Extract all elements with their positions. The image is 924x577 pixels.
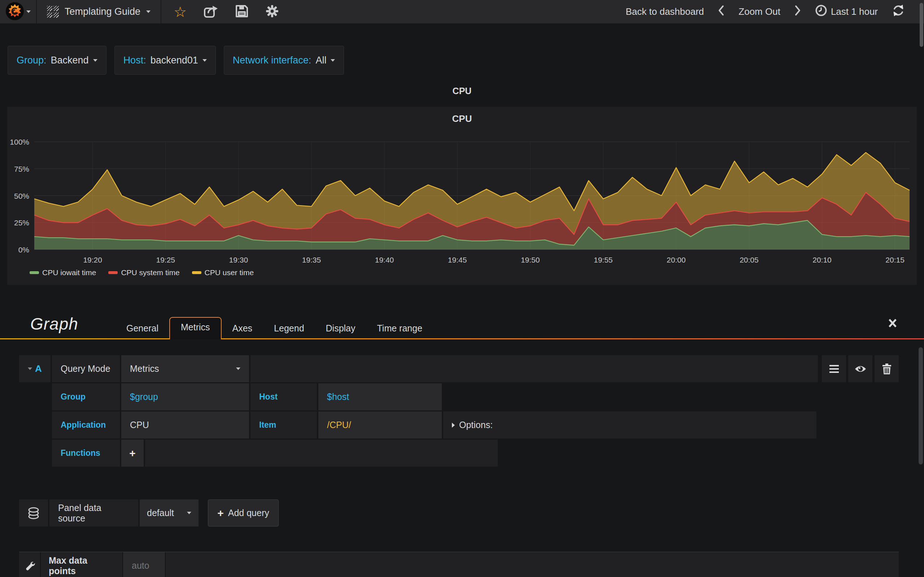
gear-icon[interactable]: [265, 4, 279, 19]
datasource-value: default: [147, 508, 174, 518]
datasource-select[interactable]: default: [140, 500, 199, 527]
legend-item[interactable]: CPU iowait time: [30, 268, 96, 277]
host-input[interactable]: $host: [318, 384, 442, 410]
svg-text:100%: 100%: [10, 138, 29, 146]
tab-legend[interactable]: Legend: [263, 319, 315, 339]
chevron-down-icon: [93, 59, 97, 62]
trash-icon: [882, 363, 892, 375]
query-row-filler: [250, 355, 818, 382]
back-to-dashboard-button[interactable]: Back to dashboard: [626, 6, 704, 17]
page-scrollbar[interactable]: [920, 3, 923, 47]
max-data-points-bar: Max data points: [19, 552, 899, 577]
grafana-logo-menu[interactable]: [0, 0, 37, 23]
plus-icon: +: [217, 507, 224, 519]
tabbar-gradient-divider: [0, 338, 924, 339]
time-range-label: Last 1 hour: [831, 6, 878, 17]
variable-value: Backend: [51, 55, 89, 66]
query-mode-select[interactable]: Metrics: [121, 355, 249, 382]
svg-text:20:10: 20:10: [813, 256, 832, 264]
query-row-a: A Query Mode Metrics: [19, 355, 899, 382]
legend-label: CPU system time: [121, 268, 179, 277]
query-row-functions: Functions +: [19, 440, 899, 467]
svg-text:19:20: 19:20: [83, 256, 102, 264]
item-value: /CPU/: [327, 420, 351, 430]
legend-label: CPU iowait time: [42, 268, 96, 277]
editor-scrollbar[interactable]: [919, 347, 923, 464]
tab-display[interactable]: Display: [315, 319, 366, 339]
panel-title[interactable]: CPU: [7, 86, 917, 96]
svg-text:75%: 75%: [14, 165, 29, 173]
database-icon: [19, 500, 48, 527]
navbar-actions: ☆: [162, 0, 291, 23]
svg-text:50%: 50%: [14, 192, 29, 200]
legend-label: CPU user time: [205, 268, 254, 277]
tab-axes[interactable]: Axes: [221, 319, 263, 339]
group-value: $group: [130, 392, 158, 402]
legend-item[interactable]: CPU user time: [192, 268, 254, 277]
variable-group[interactable]: Group: Backend: [8, 46, 107, 75]
legend-swatch: [30, 271, 39, 274]
clock-icon: [815, 4, 827, 19]
options-toggle[interactable]: Options:: [443, 411, 816, 438]
svg-text:20:00: 20:00: [667, 256, 686, 264]
template-variables: Group: Backend Host: backend01 Network i…: [8, 46, 344, 75]
legend-swatch: [192, 271, 201, 274]
max-data-points-label: Max data points: [41, 552, 123, 577]
time-range-picker[interactable]: Last 1 hour: [815, 4, 878, 19]
item-label: Item: [259, 420, 276, 430]
tab-metrics[interactable]: Metrics: [169, 317, 221, 339]
cpu-graph-panel: 19:2019:2519:3019:3519:4019:4519:5019:55…: [7, 107, 917, 285]
svg-text:19:40: 19:40: [375, 256, 394, 264]
plus-icon: +: [129, 447, 136, 459]
editor-tabs: General Metrics Axes Legend Display Time…: [115, 308, 433, 339]
variable-host[interactable]: Host: backend01: [115, 46, 216, 75]
max-data-points-filler: [166, 552, 899, 577]
chevron-down-icon: [331, 59, 335, 62]
save-icon[interactable]: [235, 4, 249, 19]
legend-item[interactable]: CPU system time: [108, 268, 179, 277]
variable-network-interface[interactable]: Network interface: All: [224, 46, 344, 75]
chevron-down-icon: [236, 367, 241, 370]
collapse-caret-icon: [28, 367, 32, 370]
star-icon[interactable]: ☆: [174, 5, 187, 19]
group-input[interactable]: $group: [121, 384, 249, 410]
dashboard-picker[interactable]: Templating Guide: [37, 0, 162, 23]
wrench-icon: [19, 552, 41, 577]
graph-inner-title: CPU: [7, 113, 917, 124]
functions-row-filler: [145, 440, 498, 467]
zoom-out-button[interactable]: Zoom Out: [738, 6, 780, 17]
group-label: Group: [61, 392, 86, 402]
max-data-points-input-cell[interactable]: [123, 552, 166, 577]
add-function-button[interactable]: +: [121, 440, 144, 467]
tab-time-range[interactable]: Time range: [366, 319, 433, 339]
query-ref-toggle[interactable]: A: [19, 355, 50, 382]
hamburger-icon: [829, 365, 839, 373]
query-menu-button[interactable]: [822, 355, 846, 382]
time-shift-left-button[interactable]: [717, 5, 725, 19]
query-mode-label: Query Mode: [61, 364, 110, 374]
cpu-area-chart[interactable]: 19:2019:2519:3019:3519:4019:4519:5019:55…: [7, 107, 917, 285]
query-delete-button[interactable]: [874, 355, 899, 382]
tab-general[interactable]: General: [115, 319, 169, 339]
time-shift-right-button[interactable]: [794, 5, 801, 19]
max-data-points-input[interactable]: [131, 560, 157, 571]
grafana-dashboard: Templating Guide ☆: [0, 0, 924, 577]
svg-text:25%: 25%: [14, 219, 29, 227]
query-toggle-visibility-button[interactable]: [848, 355, 872, 382]
panel-editor-header: Graph General Metrics Axes Legend Displa…: [0, 308, 924, 339]
svg-text:19:35: 19:35: [302, 256, 321, 264]
variable-value: All: [315, 55, 326, 66]
dashboard-title: Templating Guide: [65, 6, 141, 17]
application-input[interactable]: CPU: [121, 411, 249, 438]
host-value: $host: [327, 392, 349, 402]
add-query-button[interactable]: + Add query: [208, 500, 279, 527]
query-ref-letter: A: [35, 363, 42, 374]
item-input[interactable]: /CPU/: [318, 411, 442, 438]
refresh-icon[interactable]: [892, 3, 905, 20]
chevron-down-icon: [146, 10, 150, 13]
grafana-logo-icon: [5, 2, 24, 22]
functions-label: Functions: [61, 448, 100, 458]
svg-text:19:30: 19:30: [229, 256, 248, 264]
close-icon[interactable]: [888, 318, 897, 329]
share-icon[interactable]: [203, 4, 218, 20]
